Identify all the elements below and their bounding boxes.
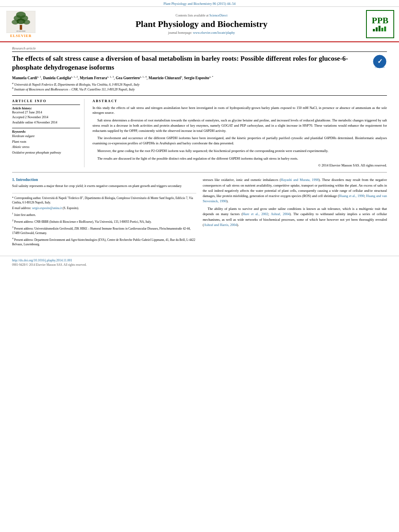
citation-text: Plant Physiology and Biochemistry 86 (20… [164,2,236,6]
article-history: Article history: Received 27 June 2014 A… [12,107,80,125]
svg-rect-9 [373,29,375,31]
journal-citation: Plant Physiology and Biochemistry 86 (20… [0,0,399,7]
journal-header: ELSEVIER ELSEVIER Contents lists availab… [0,7,399,42]
article-info-column: ARTICLE INFO Article history: Received 2… [12,99,84,168]
ppb-chart-icon [372,25,388,32]
abstract-para-4: Moreover, the gene coding for the root P… [93,148,387,154]
svg-text:CrossMark: CrossMark [375,66,385,68]
abstract-title: ABSTRACT [93,99,387,103]
ref-hayashi[interactable]: Hayashi and Murata, 1998 [281,178,319,182]
history-dates: Received 27 June 2014 Accepted 2 Novembe… [12,110,80,125]
intro-section-number: 1. Introduction [12,177,196,182]
ref-ashraf-harris[interactable]: Ashraf and Harris, 2004 [204,223,237,227]
accepted-date: Accepted 2 November 2014 [12,115,80,120]
keywords-list: Hordeum vulgare Plant roots Abiotic stre… [12,134,80,155]
article-title-section: The effects of salt stress cause a diver… [12,54,387,72]
bottom-bar: http://dx.doi.org/10.1016/j.plaphy.2014.… [0,256,399,269]
article-type-label: Research article [12,46,387,52]
svg-rect-12 [381,28,383,31]
ref-ashraf2004[interactable]: Ashraf, 2004 [271,212,290,216]
author-daniela: Daniela Castiglia [43,76,71,80]
section-num-text: 1. [12,177,15,182]
keyword-3: Abiotic stress [12,144,80,150]
footnote-4: 4 Present address: Department Environmen… [12,236,196,246]
journal-homepage: journal homepage: www.elsevier.com/locat… [41,31,362,35]
info-abstract-section: ARTICLE INFO Article history: Received 2… [12,95,387,168]
abstract-para-1: In this study the effects of salt stress… [93,105,387,116]
authors-line: Manuela Cardia, 1, Daniela Castigliaa, 1… [12,75,387,80]
author-myriam: Myriam Ferrara [80,76,107,80]
crossmark-logo: ✓ CrossMark [372,54,387,69]
homepage-text: journal homepage: [168,31,192,35]
elsevier-logo: ELSEVIER ELSEVIER [5,11,37,38]
info-divider-2 [12,128,80,128]
footnote-3: 3 Present address: Universitätsmedizin G… [12,225,196,235]
history-title: Article history: [12,107,80,110]
info-divider-1 [12,105,80,105]
introduction-section: 1. Introduction Soil salinity represents… [12,177,387,247]
homepage-link[interactable]: www.elsevier.com/locate/plaphy [193,31,235,35]
svg-rect-13 [384,27,386,31]
svg-text:ELSEVIER: ELSEVIER [16,30,25,32]
author-manuela: Manuela Cardi [12,76,37,80]
issn-line: 0981-9428/© 2014 Elsevier Masson SAS. Al… [12,263,387,267]
article-title: The effects of salt stress cause a diver… [12,54,368,72]
elsevier-wordmark: ELSEVIER [10,34,32,38]
keyword-1: Hordeum vulgare [12,134,80,139]
svg-point-6 [23,20,30,25]
footnote-2: 2 Present address: CNR-IBBR (Istituto di… [12,218,196,224]
contents-text: Contents lists available at [176,14,209,17]
main-divider [12,172,387,173]
intro-right-col: stresses like oxidative, ionic and osmot… [203,177,387,247]
ref-hare[interactable]: Hare et al., 2002 [243,212,268,216]
keyword-4: Oxidative pentose phosphate pathway [12,150,80,156]
keywords-section: Keywords: Hordeum vulgare Plant roots Ab… [12,130,80,155]
author-sergio: Sergio Esposito [184,76,210,80]
intro-right-para-1: stresses like oxidative, ionic and osmot… [203,177,387,204]
abstract-para-5: The results are discussed in the light o… [93,156,387,161]
author-maurizio: Maurizio Chiurazzi [148,76,181,80]
abstract-para-3: The involvement and occurrence of the di… [93,136,387,146]
intro-right-text: stresses like oxidative, ionic and osmot… [203,177,387,228]
svg-rect-7 [20,25,22,30]
available-date: Available online 4 November 2014 [12,120,80,125]
footnote-email: E-mail address: sergio.esposito@unina.it… [12,206,196,210]
contents-line: Contents lists available at ScienceDirec… [41,14,362,17]
abstract-text: In this study the effects of salt stress… [93,105,387,161]
intro-left-text: Soil salinity represents a major threat … [12,183,196,189]
svg-rect-10 [376,27,378,31]
received-date: Received 27 June 2014 [12,110,80,115]
elsevier-tree-icon: ELSEVIER [6,11,35,33]
ppb-logo: PPB [366,10,394,38]
copyright-line: © 2014 Elsevier Masson SAS. All rights r… [93,163,387,167]
intro-left-para-1: Soil salinity represents a major threat … [12,183,196,189]
ref-huang1990[interactable]: Huang et al., 1990 [339,194,364,198]
keyword-2: Plant roots [12,139,80,145]
footnote-1: 1 Joint first authors. [12,212,196,217]
affiliations: a Università di Napoli Federico II, Dipa… [12,82,387,91]
svg-text:✓: ✓ [377,58,383,65]
affiliation-b: b Institute of Biosciences and BioResour… [12,86,387,91]
journal-center: Contents lists available at ScienceDirec… [37,14,366,35]
ppb-text: PPB [372,16,389,25]
doi-link[interactable]: http://dx.doi.org/10.1016/j.plaphy.2014.… [12,259,387,262]
intro-right-para-2: The ability of plants to survive and gro… [203,206,387,228]
article-content: Research article The effects of salt str… [0,42,399,252]
svg-rect-11 [378,26,380,31]
affiliation-a: a Università di Napoli Federico II, Dipa… [12,82,387,86]
keywords-title: Keywords: [12,130,80,134]
section-title-text: Introduction [16,177,38,182]
abstract-column: ABSTRACT In this study the effects of sa… [93,99,387,168]
footnote-corresponding: * Corresponding author. Università di Na… [12,196,196,205]
footnotes-section: * Corresponding author. Università di Na… [12,193,196,246]
journal-title: Plant Physiology and Biochemistry [41,19,362,29]
intro-left-col: 1. Introduction Soil salinity represents… [12,177,196,247]
sciencedirect-link[interactable]: ScienceDirect [210,14,228,17]
article-info-title: ARTICLE INFO [12,99,80,103]
abstract-para-2: Salt stress determines a diversion of ro… [93,118,387,133]
author-gea: Gea Guerriero [116,76,140,80]
